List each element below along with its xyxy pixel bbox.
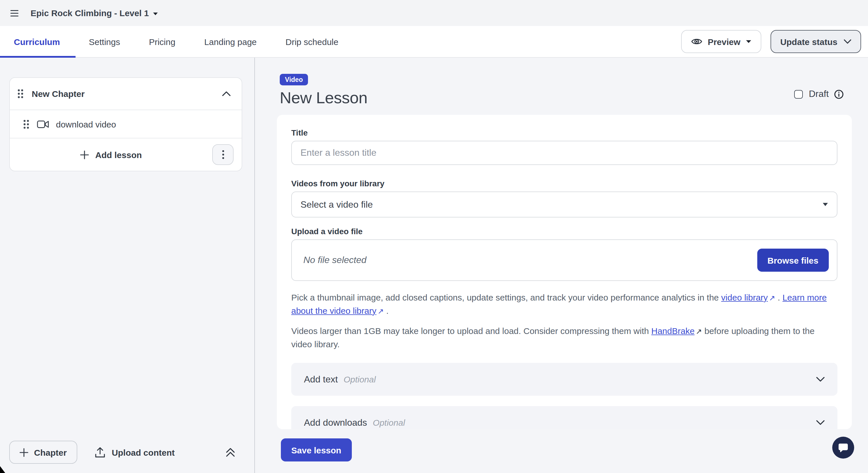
- topbar: Epic Rock Climbing - Level 1: [0, 0, 868, 26]
- plus-icon: [20, 448, 28, 456]
- browse-files-button[interactable]: Browse files: [757, 249, 829, 272]
- upload-content-label: Upload content: [112, 447, 175, 457]
- curriculum-sidebar: New Chapter download video Add lesson: [0, 58, 255, 473]
- draft-toggle-row: Draft: [795, 89, 844, 99]
- course-builder-app: Epic Rock Climbing - Level 1 Curriculum …: [0, 0, 868, 473]
- chapter-menu-button[interactable]: [212, 144, 234, 165]
- course-title: Epic Rock Climbing - Level 1: [31, 8, 149, 18]
- chevron-down-icon: [844, 39, 851, 44]
- add-downloads-section[interactable]: Add downloads Optional: [291, 406, 837, 429]
- draft-label: Draft: [809, 89, 829, 99]
- tab-settings[interactable]: Settings: [89, 37, 120, 46]
- upload-video-label: Upload a video file: [291, 227, 837, 236]
- tab-curriculum[interactable]: Curriculum: [14, 37, 60, 46]
- upload-icon: [94, 447, 105, 458]
- video-library-help-text: Pick a thumbnail image, add closed capti…: [291, 291, 837, 317]
- chapter-footer: Add lesson: [10, 138, 242, 171]
- add-downloads-label: Add downloads: [304, 417, 367, 428]
- chapter-header[interactable]: New Chapter: [10, 78, 242, 110]
- video-library-link[interactable]: video library: [721, 292, 768, 302]
- course-switcher[interactable]: Epic Rock Climbing - Level 1: [31, 8, 158, 18]
- lesson-form-card: Title Videos from your library Select a …: [277, 115, 852, 429]
- no-file-text: No file selected: [303, 255, 367, 265]
- upload-content-button[interactable]: Upload content: [94, 447, 175, 458]
- caret-down-icon: [153, 12, 158, 15]
- caret-down-icon: [746, 40, 751, 43]
- external-link-icon: ↗: [376, 307, 384, 315]
- add-chapter-button[interactable]: Chapter: [9, 441, 77, 464]
- tab-pricing[interactable]: Pricing: [149, 37, 175, 46]
- add-text-label: Add text: [304, 374, 338, 384]
- lesson-type-badge: Video: [280, 74, 308, 85]
- drag-handle-icon[interactable]: [17, 89, 24, 99]
- preview-button[interactable]: Preview: [681, 30, 761, 53]
- add-lesson-label: Add lesson: [95, 150, 142, 159]
- info-icon[interactable]: [834, 89, 844, 99]
- hamburger-menu-icon[interactable]: [10, 9, 19, 17]
- lesson-title: download video: [56, 119, 116, 129]
- optional-label: Optional: [373, 418, 405, 428]
- chevron-down-icon: [816, 377, 825, 382]
- tabbar: Curriculum Settings Pricing Landing page…: [0, 26, 868, 58]
- handbrake-link[interactable]: HandBrake: [651, 326, 695, 336]
- kebab-icon: [222, 150, 224, 159]
- chevron-up-icon[interactable]: [222, 91, 231, 96]
- drag-handle-icon[interactable]: [23, 119, 29, 129]
- external-link-icon: ↗: [768, 294, 775, 302]
- lesson-row[interactable]: download video: [10, 110, 242, 138]
- external-link-icon: ↗: [695, 327, 702, 336]
- lesson-editor: Video New Lesson Draft Title Videos from…: [255, 58, 868, 473]
- update-status-label: Update status: [780, 37, 837, 46]
- preview-label: Preview: [708, 37, 740, 46]
- lesson-header: Video New Lesson Draft: [277, 74, 852, 107]
- tabs: Curriculum Settings Pricing Landing page…: [14, 37, 338, 46]
- chapter-title: New Chapter: [32, 89, 85, 99]
- file-upload-box: No file selected Browse files: [291, 240, 837, 281]
- sidebar-bottom-bar: Chapter Upload content: [0, 432, 254, 473]
- chat-icon: [837, 442, 849, 453]
- page-title: New Lesson: [280, 89, 367, 107]
- add-lesson-button[interactable]: Add lesson: [10, 138, 212, 171]
- video-library-select[interactable]: Select a video file: [291, 191, 837, 217]
- video-library-select-value: Select a video file: [301, 199, 373, 210]
- lesson-header-left: Video New Lesson: [280, 74, 367, 107]
- draft-checkbox[interactable]: [795, 90, 803, 98]
- plus-icon: [80, 150, 89, 159]
- lesson-title-input[interactable]: [291, 141, 837, 165]
- content: New Chapter download video Add lesson: [0, 58, 868, 473]
- chevron-down-icon: [816, 420, 825, 425]
- save-lesson-button[interactable]: Save lesson: [281, 438, 351, 462]
- update-status-button[interactable]: Update status: [771, 30, 861, 53]
- video-library-label: Videos from your library: [291, 179, 837, 189]
- tab-landing-page[interactable]: Landing page: [204, 37, 257, 46]
- add-chapter-label: Chapter: [34, 447, 67, 457]
- add-text-section[interactable]: Add text Optional: [291, 363, 837, 396]
- eye-icon: [691, 36, 703, 47]
- optional-label: Optional: [343, 374, 376, 384]
- tab-drip-schedule[interactable]: Drip schedule: [285, 37, 338, 46]
- compression-help-text: Videos larger than 1GB may take longer t…: [291, 325, 837, 350]
- chapter-card: New Chapter download video Add lesson: [9, 77, 242, 171]
- collapse-all-icon[interactable]: [225, 447, 235, 458]
- chat-widget-button[interactable]: [832, 437, 854, 459]
- title-label: Title: [291, 128, 837, 138]
- select-caret-icon: [823, 202, 828, 207]
- video-camera-icon: [37, 120, 49, 128]
- tabbar-actions: Preview Update status: [681, 30, 861, 53]
